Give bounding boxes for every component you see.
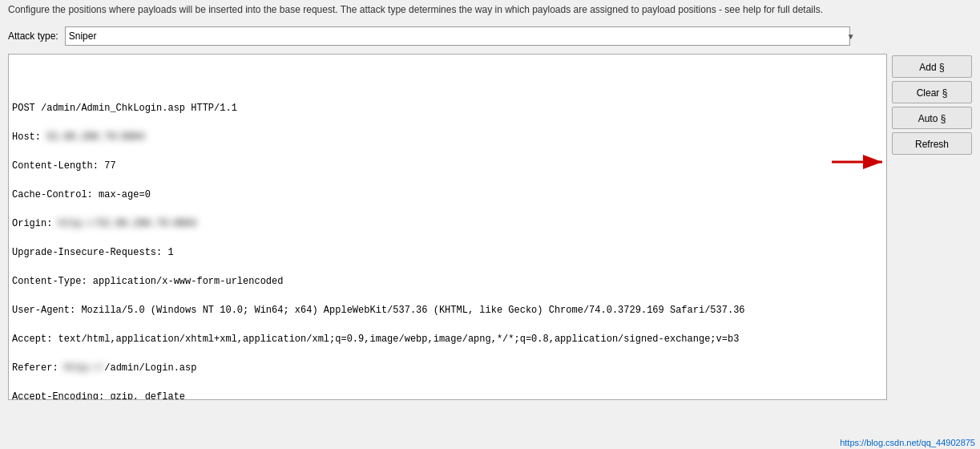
auto-button[interactable]: Auto § — [892, 107, 972, 129]
main-area: POST /admin/Admin_ChkLogin.asp HTTP/1.1 … — [0, 51, 980, 403]
clear-button[interactable]: Clear § — [892, 81, 972, 103]
referer-blurred: http:// — [64, 361, 104, 375]
description: Configure the positions where payloads w… — [0, 0, 980, 22]
request-line-5: Origin: http://52.80.200.70:8084 — [12, 216, 883, 231]
request-line-2: Host: 52.80.200.70:8084 — [12, 130, 883, 144]
request-line-3: Content-Length: 77 — [12, 159, 883, 173]
footer-url: https://blog.csdn.net/qq_44902875 — [835, 436, 980, 449]
attack-type-wrapper: Sniper Battering ram Pitchfork Cluster b… — [65, 26, 858, 46]
attack-type-label: Attack type: — [8, 30, 58, 42]
request-line-4: Cache-Control: max-age=0 — [12, 188, 883, 202]
refresh-button[interactable]: Refresh — [892, 132, 972, 155]
request-editor[interactable]: POST /admin/Admin_ChkLogin.asp HTTP/1.1 … — [8, 54, 887, 400]
request-line-9: Accept: text/html,application/xhtml+xml,… — [12, 332, 883, 346]
request-line-6: Upgrade-Insecure-Requests: 1 — [12, 245, 883, 260]
attack-type-select[interactable]: Sniper Battering ram Pitchfork Cluster b… — [65, 26, 850, 46]
request-line-11: Accept-Encoding: gzip, deflate — [12, 390, 883, 400]
add-button[interactable]: Add § — [892, 55, 972, 78]
request-line-10: Referer: http:///admin/Login.asp — [12, 361, 883, 375]
request-line-1: POST /admin/Admin_ChkLogin.asp HTTP/1.1 — [12, 101, 883, 115]
request-line-8: User-Agent: Mozilla/5.0 (Windows NT 10.0… — [12, 303, 883, 318]
request-content: POST /admin/Admin_ChkLogin.asp HTTP/1.1 … — [12, 87, 883, 400]
sidebar-buttons: Add § Clear § Auto § Refresh — [892, 54, 972, 400]
origin-blurred: http://52.80.200.70:8084 — [58, 216, 197, 231]
attack-type-row: Attack type: Sniper Battering ram Pitchf… — [0, 22, 980, 51]
host-blurred: 52.80.200.70:8084 — [46, 130, 144, 144]
request-line-7: Content-Type: application/x-www-form-url… — [12, 274, 883, 289]
